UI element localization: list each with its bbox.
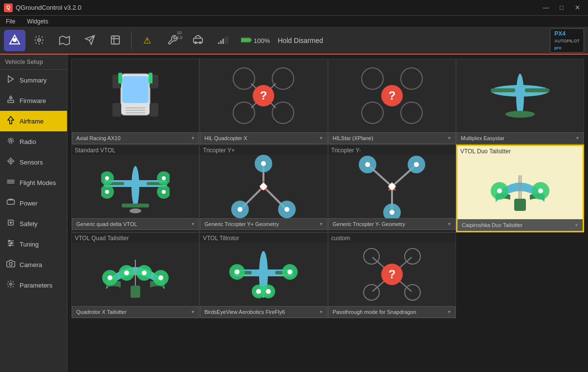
vtol-tiltrotor-select-wrapper[interactable]: BirdsEyeView Aerobotics FireFly6: [200, 306, 327, 318]
menu-widgets[interactable]: Widgets: [24, 17, 51, 26]
safety-icon: [6, 218, 16, 229]
sidebar-item-tuning[interactable]: Tuning: [0, 234, 67, 254]
hil-quad-select-wrapper[interactable]: HIL Quadcopter X: [200, 132, 327, 144]
car-select-wrapper[interactable]: Axial Racing AX10: [72, 132, 199, 144]
vtol-tiltrotor-dropdown[interactable]: BirdsEyeView Aerobotics FireFly6: [200, 306, 327, 318]
battery-button[interactable]: 100%: [237, 29, 274, 52]
close-button[interactable]: ✕: [570, 3, 584, 13]
svg-rect-75: [525, 88, 549, 92]
svg-rect-13: [227, 36, 228, 44]
settings-button[interactable]: [27, 29, 51, 52]
hilstar-svg: ?: [358, 64, 426, 127]
maximize-button[interactable]: □: [555, 3, 568, 13]
svg-point-66: [401, 68, 422, 89]
svg-point-146: [364, 248, 379, 264]
airframe-image-custom: ?: [328, 243, 456, 306]
tricopter-y-minus-select-wrapper[interactable]: Generic Tricopter Y- Geometry: [328, 218, 456, 230]
car-dropdown[interactable]: Axial Racing AX10: [72, 132, 199, 144]
map-button[interactable]: [53, 29, 76, 52]
airframe-cell-vtol-quad-tailsitter[interactable]: VTOL Quad Tailsitter: [71, 232, 199, 318]
vtol-quad-tailsitter-svg: [101, 243, 170, 306]
sidebar-item-camera[interactable]: Camera: [0, 254, 67, 275]
sidebar-item-safety[interactable]: Safety: [0, 213, 67, 234]
vtol-quad-tailsitter-dropdown[interactable]: Quadrotor X Tailsitter: [72, 306, 199, 318]
qgc-home-button[interactable]: [4, 30, 25, 51]
svg-rect-12: [225, 37, 226, 44]
sensors-icon: [6, 157, 16, 167]
sidebar-item-flightmodes[interactable]: Flight Modes: [0, 172, 67, 193]
airframe-cell-car[interactable]: Axial Racing AX10: [71, 59, 199, 145]
svg-rect-3: [111, 36, 120, 44]
tricopter-y-plus-select-wrapper[interactable]: Generic Tricopter Y+ Geometry: [200, 218, 327, 230]
airframe-label: Airframe: [20, 118, 44, 125]
svg-point-97: [238, 207, 242, 212]
airframe-cell-vtol-duo-tailsitter[interactable]: VTOL Duo Tailsitter: [456, 145, 584, 232]
sidebar-item-radio[interactable]: Radio: [0, 131, 67, 152]
airframe-image-vtol-quad-tailsitter: [72, 243, 199, 306]
minimize-button[interactable]: —: [539, 3, 553, 13]
camera-label: Camera: [20, 261, 42, 269]
custom-select-wrapper[interactable]: Passthrough mode for Snapdragon: [328, 306, 456, 318]
menu-file[interactable]: File: [3, 17, 18, 26]
main-layout: Vehicle Setup Summary Firmware: [0, 55, 588, 372]
svg-rect-30: [7, 200, 15, 205]
fly-button[interactable]: [78, 29, 102, 52]
svg-point-149: [405, 285, 420, 300]
sidebar-item-parameters[interactable]: Parameters: [0, 275, 67, 295]
airframe-cell-hil-quad[interactable]: ? HIL Quadcopter X: [199, 59, 327, 145]
plan-button[interactable]: [104, 29, 127, 52]
parameters-icon: [6, 280, 16, 290]
rc-button[interactable]: 100.0: [161, 29, 184, 52]
airframe-cell-hilstar[interactable]: ? HILStar (XPlane): [328, 59, 456, 145]
standard-vtol-select-wrapper[interactable]: Generic quad delta VTOL: [72, 218, 199, 230]
svg-point-123: [108, 275, 112, 280]
svg-rect-16: [241, 39, 250, 42]
safety-label: Safety: [20, 220, 38, 227]
svg-text:?: ?: [388, 89, 395, 102]
custom-dropdown[interactable]: Passthrough mode for Snapdragon: [328, 306, 456, 318]
hilstar-select-wrapper[interactable]: HILStar (XPlane): [328, 132, 456, 144]
easystar-dropdown[interactable]: Multiplex Easystar: [457, 132, 584, 144]
px4-logo: PX4 AUTOPILOT pro: [550, 28, 584, 53]
vtol-duo-tailsitter-select-wrapper[interactable]: Caipiroshka Duo Tailsitter: [457, 219, 583, 231]
svg-point-139: [287, 269, 292, 274]
svg-point-115: [497, 188, 502, 193]
summary-label: Summary: [20, 77, 47, 84]
sidebar-item-firmware[interactable]: Firmware: [0, 90, 67, 111]
standard-vtol-dropdown[interactable]: Generic quad delta VTOL: [72, 218, 199, 230]
radio-label: Radio: [20, 138, 36, 145]
svg-point-67: [362, 102, 383, 124]
svg-rect-80: [122, 204, 149, 207]
airframe-cell-tricopter-y-minus[interactable]: Tricopter Y-: [328, 145, 456, 232]
hil-quad-dropdown[interactable]: HIL Quadcopter X: [200, 132, 327, 144]
easystar-select-wrapper[interactable]: Multiplex Easystar: [457, 132, 584, 144]
menu-bar: File Widgets: [0, 16, 588, 27]
svg-point-40: [11, 243, 12, 244]
hilstar-dropdown[interactable]: HILStar (XPlane): [328, 132, 456, 144]
airframe-cell-easystar[interactable]: Multiplex Easystar: [456, 59, 584, 145]
airframe-cell-standard-vtol[interactable]: Standard VTOL: [71, 145, 199, 232]
battery-icon: [241, 37, 252, 43]
svg-point-86: [105, 190, 109, 194]
tricopter-y-plus-dropdown[interactable]: Generic Tricopter Y+ Geometry: [200, 218, 327, 230]
sidebar-item-summary[interactable]: Summary: [0, 70, 67, 90]
airframe-image-car: [72, 59, 199, 132]
window-controls[interactable]: — □ ✕: [539, 3, 584, 13]
tricopter-y-minus-dropdown[interactable]: Generic Tricopter Y- Geometry: [328, 218, 456, 230]
sidebar-item-power[interactable]: Power: [0, 193, 67, 213]
signal-button[interactable]: [212, 29, 235, 52]
airframe-cell-vtol-tiltrotor[interactable]: VTOL Tiltrotor: [199, 232, 327, 318]
sidebar-item-sensors[interactable]: Sensors: [0, 152, 67, 172]
airframe-cell-custom[interactable]: custom ?: [328, 232, 456, 318]
svg-point-22: [9, 159, 13, 164]
sidebar-item-airframe[interactable]: Airframe: [0, 111, 67, 131]
vtol-duo-tailsitter-dropdown[interactable]: Caipiroshka Duo Tailsitter: [457, 219, 583, 231]
vehicle-button[interactable]: [186, 29, 210, 52]
parameters-label: Parameters: [20, 282, 52, 289]
sidebar-header: Vehicle Setup: [0, 55, 67, 70]
airframe-cell-tricopter-y-plus[interactable]: Tricopter Y+: [199, 145, 327, 232]
svg-point-41: [9, 245, 11, 246]
airframe-content: Axial Racing AX10: [67, 55, 588, 372]
vtol-quad-tailsitter-select-wrapper[interactable]: Quadrotor X Tailsitter: [72, 306, 199, 318]
warning-button[interactable]: ⚠: [135, 29, 159, 52]
